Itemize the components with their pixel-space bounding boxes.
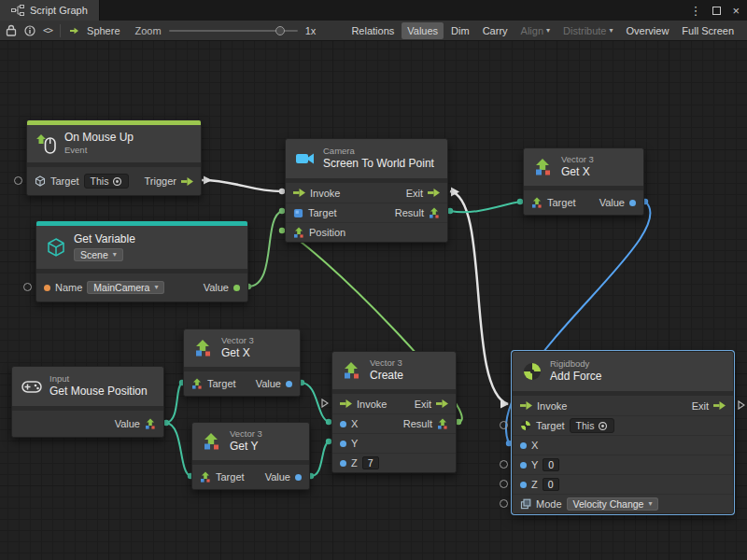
- z-value-field[interactable]: 7: [362, 456, 379, 469]
- node-header: Camera Screen To World Point: [286, 139, 447, 178]
- window-menu-icon[interactable]: ⋮: [689, 4, 701, 18]
- value-port-label: Value: [115, 418, 140, 429]
- target-self-icon: [598, 421, 608, 431]
- graph-asset-name[interactable]: Sphere: [87, 25, 120, 36]
- node-header: Input Get Mouse Position: [12, 367, 163, 406]
- port-row: Mode Velocity Change ▾: [513, 494, 733, 513]
- node-create-vector[interactable]: Vector 3 Create Invoke Exit X Result: [331, 351, 457, 473]
- port-row: Y 0: [513, 455, 733, 474]
- node-add-force[interactable]: Rigidbody Add Force Invoke Exit Target T…: [512, 351, 734, 514]
- flow-in-port[interactable]: [293, 189, 305, 197]
- name-port[interactable]: [44, 285, 50, 291]
- vector3-icon: [533, 157, 554, 177]
- info-icon[interactable]: [24, 25, 35, 36]
- maximize-icon[interactable]: [712, 7, 721, 15]
- this-chip[interactable]: This: [84, 174, 130, 189]
- flow-out-port[interactable]: [436, 399, 448, 408]
- flow-out-port[interactable]: [428, 189, 440, 197]
- flow-in-port[interactable]: [340, 399, 352, 408]
- position-port-label: Position: [309, 227, 345, 238]
- values-button[interactable]: Values: [402, 22, 444, 39]
- node-on-mouse-up[interactable]: On Mouse Up Event Target This Trigger: [26, 119, 202, 196]
- unconnected-input-port[interactable]: [500, 499, 508, 508]
- flow-out-port[interactable]: [713, 401, 726, 410]
- node-header: Vector 3 Get X: [524, 148, 643, 186]
- tab-script-graph[interactable]: Script Graph: [0, 0, 100, 21]
- overview-button[interactable]: Overview: [621, 22, 675, 39]
- vector3-port-icon[interactable]: [145, 418, 156, 429]
- z-port-label: Z: [351, 457, 358, 469]
- x-port-label: X: [351, 418, 358, 429]
- full-screen-button[interactable]: Full Screen: [676, 22, 740, 39]
- mode-value-label: Velocity Change: [573, 498, 644, 510]
- this-chip[interactable]: This: [570, 418, 615, 433]
- zoom-slider-handle[interactable]: [275, 26, 285, 35]
- node-title: Screen To World Point: [323, 158, 434, 171]
- node-title: Get Variable: [74, 233, 135, 246]
- unconnected-input-port[interactable]: [500, 421, 508, 429]
- flow-in-port[interactable]: [520, 401, 532, 410]
- relations-button[interactable]: Relations: [345, 22, 400, 39]
- value-port[interactable]: [233, 285, 240, 291]
- node-get-x-mouse[interactable]: Vector 3 Get X Target Value: [183, 329, 301, 397]
- close-icon[interactable]: ×: [732, 4, 740, 18]
- value-port[interactable]: [286, 381, 292, 387]
- node-title: On Mouse Up: [64, 132, 134, 145]
- zoom-slider[interactable]: [169, 26, 298, 35]
- value-port-label: Value: [265, 471, 290, 483]
- toolbar-buttons: Relations Values Dim Carry Align▾ Distri…: [345, 22, 741, 39]
- align-button[interactable]: Align▾: [515, 22, 556, 39]
- z-value-field[interactable]: 0: [543, 478, 559, 491]
- unconnected-input-port[interactable]: [500, 480, 508, 488]
- zoom-value: 1x: [305, 25, 317, 36]
- variable-name-dropdown[interactable]: MainCamera ▾: [87, 281, 164, 294]
- dim-button[interactable]: Dim: [445, 22, 475, 39]
- port-row: Target Value: [192, 465, 309, 489]
- unconnected-flow-port[interactable]: [321, 399, 329, 408]
- value-port[interactable]: [629, 200, 636, 206]
- node-title: Add Force: [550, 371, 601, 384]
- chevron-down-icon: ▾: [610, 27, 613, 35]
- mode-dropdown[interactable]: Velocity Change ▾: [567, 497, 659, 511]
- z-port-label: Z: [531, 479, 538, 490]
- y-port[interactable]: [340, 441, 346, 447]
- variable-scope-dropdown[interactable]: Scene ▾: [74, 248, 123, 261]
- port-row: Invoke Exit: [286, 183, 447, 203]
- node-title: Get X: [561, 166, 594, 179]
- node-get-x-world[interactable]: Vector 3 Get X Target Value: [523, 147, 644, 216]
- value-port[interactable]: [295, 474, 302, 481]
- carry-button[interactable]: Carry: [477, 22, 514, 39]
- zoom-label: Zoom: [135, 25, 162, 36]
- distribute-label: Distribute: [563, 25, 606, 36]
- z-port[interactable]: [520, 482, 527, 488]
- vector3-port-icon[interactable]: [531, 197, 543, 208]
- vector3-port-icon[interactable]: [200, 471, 211, 483]
- camera-icon: [295, 148, 316, 169]
- x-port[interactable]: [340, 421, 346, 427]
- unconnected-input-port[interactable]: [23, 283, 32, 291]
- vector3-port-icon[interactable]: [293, 227, 304, 238]
- port-row: Z 7: [332, 453, 456, 472]
- vector3-port-icon[interactable]: [191, 378, 203, 389]
- y-value-field[interactable]: 0: [543, 458, 559, 471]
- x-port[interactable]: [520, 442, 527, 449]
- node-category: Vector 3: [370, 358, 403, 369]
- node-category: Vector 3: [221, 336, 254, 346]
- unconnected-flow-port[interactable]: [738, 400, 745, 410]
- unconnected-input-port[interactable]: [14, 176, 22, 185]
- vector3-port-icon[interactable]: [429, 207, 440, 218]
- code-view-icon[interactable]: <>: [43, 25, 52, 35]
- target-port-label: Target: [547, 197, 576, 208]
- lock-icon[interactable]: [6, 24, 17, 36]
- vector3-port-icon[interactable]: [437, 418, 448, 429]
- node-screen-to-world-point[interactable]: Camera Screen To World Point Invoke Exit…: [285, 138, 448, 243]
- node-subtitle: Event: [64, 146, 134, 156]
- distribute-button[interactable]: Distribute▾: [557, 22, 618, 39]
- unconnected-input-port[interactable]: [500, 460, 508, 469]
- node-get-variable[interactable]: Get Variable Scene ▾ Name MainCamera ▾ V…: [35, 220, 248, 302]
- y-port[interactable]: [520, 462, 527, 469]
- z-port[interactable]: [340, 460, 346, 467]
- flow-out-port[interactable]: [181, 177, 193, 186]
- node-get-y-mouse[interactable]: Vector 3 Get Y Target Value: [191, 422, 310, 490]
- node-get-mouse-position[interactable]: Input Get Mouse Position Value: [11, 366, 164, 438]
